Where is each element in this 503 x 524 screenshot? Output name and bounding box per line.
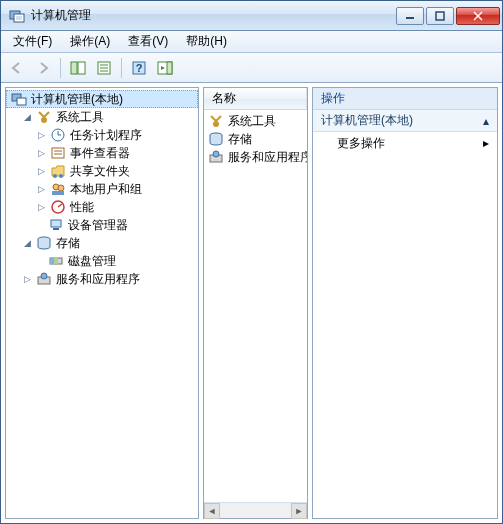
collapse-icon[interactable]: ◢	[22, 112, 32, 122]
tree-storage[interactable]: ◢ 存储	[6, 234, 198, 252]
computer-mgmt-icon	[11, 91, 27, 107]
tree-pane: 计算机管理(本地) ◢ 系统工具 ▷ 任务计划程序	[5, 87, 199, 519]
tree-label: 磁盘管理	[68, 253, 116, 270]
svg-point-41	[41, 273, 47, 279]
horizontal-scrollbar[interactable]: ◄ ►	[204, 502, 307, 518]
users-icon	[50, 181, 66, 197]
tree-label: 计算机管理(本地)	[31, 91, 123, 108]
expand-icon[interactable]: ▷	[36, 166, 46, 176]
expand-icon[interactable]: ▷	[36, 148, 46, 158]
expand-icon[interactable]: ▷	[36, 130, 46, 140]
tree-device-manager[interactable]: 设备管理器	[6, 216, 198, 234]
list-body: 系统工具 存储 服务和应用程序	[204, 110, 307, 502]
tree-disk-mgmt[interactable]: 磁盘管理	[6, 252, 198, 270]
list-item-system-tools[interactable]: 系统工具	[204, 112, 307, 130]
window-title: 计算机管理	[9, 7, 396, 24]
tree-body: 计算机管理(本地) ◢ 系统工具 ▷ 任务计划程序	[6, 88, 198, 518]
maximize-button[interactable]	[426, 7, 454, 25]
tree-label: 系统工具	[56, 109, 104, 126]
tree-task-scheduler[interactable]: ▷ 任务计划程序	[6, 126, 198, 144]
tree-local-users[interactable]: ▷ 本地用户和组	[6, 180, 198, 198]
tree-event-viewer[interactable]: ▷ 事件查看器	[6, 144, 198, 162]
event-icon	[50, 145, 66, 161]
menu-action[interactable]: 操作(A)	[62, 31, 118, 52]
svg-rect-35	[53, 228, 59, 230]
svg-point-42	[213, 121, 219, 127]
tree-label: 存储	[56, 235, 80, 252]
svg-point-45	[213, 151, 219, 157]
tree-root[interactable]: 计算机管理(本地)	[6, 90, 198, 108]
expand-icon[interactable]: ▷	[36, 184, 46, 194]
actions-more-label: 更多操作	[337, 135, 385, 152]
svg-point-20	[41, 117, 47, 123]
minimize-button[interactable]	[396, 7, 424, 25]
expand-icon[interactable]: ▷	[22, 274, 32, 284]
svg-point-28	[59, 174, 63, 178]
disk-icon	[48, 253, 64, 269]
svg-rect-34	[51, 220, 61, 227]
app-window: 计算机管理 文件(F) 操作(A) 查看(V) 帮助(H)	[0, 0, 503, 524]
show-hide-tree-button[interactable]	[66, 56, 90, 80]
tree-shared-folders[interactable]: ▷ 共享文件夹	[6, 162, 198, 180]
services-icon	[208, 149, 224, 165]
list-label: 服务和应用程序	[228, 149, 307, 166]
list-pane: 名称 系统工具 存储	[203, 87, 308, 519]
tree-performance[interactable]: ▷ 性能	[6, 198, 198, 216]
scroll-left-button[interactable]: ◄	[204, 503, 220, 519]
scroll-track[interactable]	[220, 503, 291, 518]
toolbar-separator	[121, 58, 122, 78]
list-item-services-apps[interactable]: 服务和应用程序	[204, 148, 307, 166]
device-icon	[48, 217, 64, 233]
svg-rect-4	[436, 12, 444, 20]
tree-services-apps[interactable]: ▷ 服务和应用程序	[6, 270, 198, 288]
tools-icon	[208, 113, 224, 129]
svg-rect-8	[78, 62, 85, 74]
svg-rect-16	[167, 62, 172, 74]
list-item-storage[interactable]: 存储	[204, 130, 307, 148]
list-label: 系统工具	[228, 113, 276, 130]
shared-folder-icon	[50, 163, 66, 179]
collapse-icon: ▴	[483, 114, 489, 128]
menu-view[interactable]: 查看(V)	[120, 31, 176, 52]
clock-icon	[50, 127, 66, 143]
menu-help[interactable]: 帮助(H)	[178, 31, 235, 52]
menubar: 文件(F) 操作(A) 查看(V) 帮助(H)	[1, 31, 502, 53]
tree-label: 性能	[70, 199, 94, 216]
storage-icon	[208, 131, 224, 147]
submenu-arrow-icon: ▸	[483, 136, 489, 150]
expand-icon[interactable]: ▷	[36, 202, 46, 212]
toolbar-separator	[60, 58, 61, 78]
collapse-icon[interactable]: ◢	[22, 238, 32, 248]
back-button[interactable]	[5, 56, 29, 80]
menu-file[interactable]: 文件(F)	[5, 31, 60, 52]
tree-label: 任务计划程序	[70, 127, 142, 144]
svg-rect-7	[71, 62, 77, 74]
svg-point-30	[58, 185, 64, 191]
properties-button[interactable]	[92, 56, 116, 80]
action-pane-button[interactable]	[153, 56, 177, 80]
content-area: 计算机管理(本地) ◢ 系统工具 ▷ 任务计划程序	[1, 83, 502, 523]
tree-system-tools[interactable]: ◢ 系统工具	[6, 108, 198, 126]
window-title-text: 计算机管理	[31, 7, 91, 24]
actions-pane: 操作 计算机管理(本地) ▴ 更多操作 ▸	[312, 87, 498, 519]
performance-icon	[50, 199, 66, 215]
forward-button[interactable]	[31, 56, 55, 80]
actions-more[interactable]: 更多操作 ▸	[313, 132, 497, 154]
actions-section[interactable]: 计算机管理(本地) ▴	[313, 110, 497, 132]
list-label: 存储	[228, 131, 252, 148]
app-icon	[9, 8, 25, 24]
svg-rect-2	[16, 16, 22, 20]
svg-rect-31	[52, 191, 64, 195]
list-header: 名称	[204, 88, 307, 110]
actions-section-label: 计算机管理(本地)	[321, 112, 413, 129]
help-button[interactable]: ?	[127, 56, 151, 80]
services-icon	[36, 271, 52, 287]
close-button[interactable]	[456, 7, 500, 25]
scroll-right-button[interactable]: ►	[291, 503, 307, 519]
storage-icon	[36, 235, 52, 251]
svg-text:?: ?	[136, 62, 143, 74]
svg-rect-19	[17, 98, 26, 105]
column-name[interactable]: 名称	[204, 88, 307, 109]
toolbar: ?	[1, 53, 502, 83]
tree-label: 设备管理器	[68, 217, 128, 234]
